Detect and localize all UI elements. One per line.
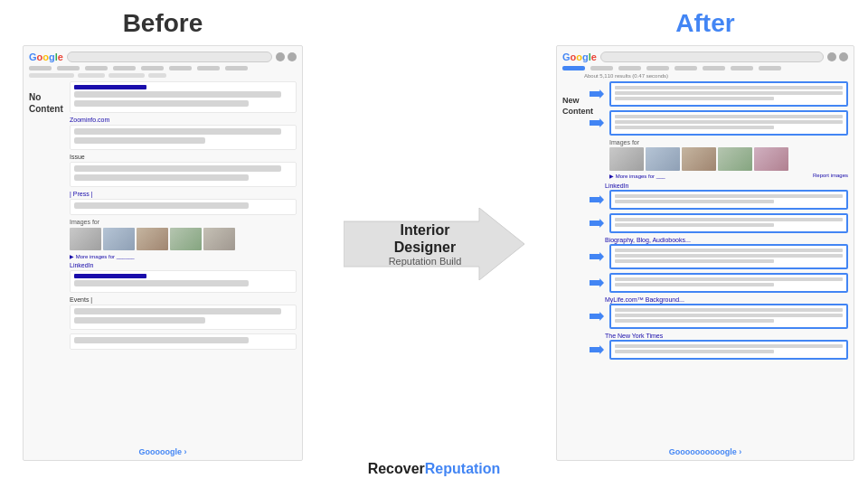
after-tab-videos: [646, 66, 669, 70]
after-result-5-url: [615, 249, 843, 252]
after-result-5-line1: [615, 254, 843, 258]
result-text-2a: [74, 128, 281, 135]
new-content-label: NewContent: [562, 96, 593, 117]
after-tab-maps: [675, 66, 697, 70]
after-biography-label: Biography, Blog, Audiobooks...: [605, 237, 848, 243]
after-result-7: [609, 304, 848, 329]
after-result-2-line1: [615, 120, 843, 124]
after-result-3: [609, 190, 848, 210]
after-result-8: [609, 340, 848, 360]
after-result-8-line1: [615, 350, 774, 353]
after-result-1-line1: [615, 91, 843, 95]
date-pill-4: [148, 73, 166, 78]
after-more-images[interactable]: ▶ More images for ___: [609, 173, 665, 179]
after-title: After: [675, 9, 734, 38]
before-date-filter: [29, 73, 297, 78]
before-google-footer: Gooooogle ›: [139, 447, 187, 456]
arrow-subtitle: Reputation Build: [380, 256, 470, 267]
before-result-4: [70, 199, 297, 215]
before-linkedin-text: [74, 280, 249, 286]
after-section: After Google: [542, 0, 868, 488]
after-search-icon: [827, 52, 836, 61]
after-result-1: [609, 81, 848, 107]
after-tab-news: [618, 66, 641, 70]
main-container: Before Google: [0, 0, 868, 488]
after-search-icons: [827, 52, 848, 61]
after-image-1: [609, 147, 644, 171]
result-text-3a: [74, 165, 281, 172]
after-nyt-label: The New York Times: [605, 333, 848, 339]
before-image-4: [170, 228, 202, 250]
date-pill-3: [108, 73, 145, 78]
after-result-3-line1: [615, 200, 774, 203]
tab-tools: [225, 66, 248, 70]
date-pill-2: [78, 73, 105, 78]
after-result-row-4: [588, 213, 848, 233]
after-result-1-line2: [615, 97, 774, 100]
before-events-label: Events |: [70, 296, 297, 303]
after-result-row-6: [588, 273, 848, 293]
after-arrow-7: [590, 312, 604, 321]
tab-all: [29, 66, 52, 70]
after-image-4: [718, 147, 752, 171]
after-tab-tools: [759, 66, 781, 70]
before-last-result: [70, 333, 297, 350]
before-linkedin-result: [70, 270, 297, 293]
before-google-logo: Google: [29, 52, 63, 62]
before-google-header: Google: [29, 52, 297, 62]
after-arrow-8: [590, 345, 604, 354]
mic-icon: [288, 52, 297, 61]
tab-news: [85, 66, 108, 70]
after-result-8-url: [615, 344, 843, 348]
more-images-link[interactable]: ▶ More images for ______: [70, 253, 297, 259]
after-result-4-url: [615, 218, 843, 221]
before-result-2: [70, 125, 297, 150]
result-url-1: [74, 85, 146, 89]
result-text-1b: [74, 100, 249, 107]
before-events-text-1: [74, 308, 281, 314]
after-image-2: [646, 147, 680, 171]
after-result-5-line2: [615, 259, 774, 263]
before-nav-tabs: [29, 66, 297, 70]
after-mic-icon: [839, 52, 848, 61]
after-arrow-5: [590, 252, 604, 261]
middle-section: Interior Designer Reputation Build Recov…: [326, 0, 542, 488]
before-image-5: [203, 228, 235, 250]
after-report-images[interactable]: Report images: [813, 173, 848, 179]
after-result-4: [609, 213, 848, 233]
tab-more: [169, 66, 192, 70]
after-image-3: [682, 147, 716, 171]
after-result-row-3: [588, 190, 848, 210]
after-google-logo: Google: [562, 52, 597, 62]
tab-maps: [141, 66, 164, 70]
result-text-2b: [74, 137, 205, 144]
after-result-6: [609, 273, 848, 293]
before-google-mockup: Google: [23, 45, 303, 461]
after-google-footer: Goooooooooogle ›: [669, 447, 741, 456]
after-image-5: [754, 147, 788, 171]
after-images-footer: ▶ More images for ___ Report images: [609, 173, 848, 179]
tab-images: [57, 66, 80, 70]
after-arrow-4: [590, 219, 604, 228]
before-events-result: [70, 305, 297, 330]
tab-videos: [113, 66, 136, 70]
before-section: Before Google: [0, 0, 326, 488]
before-results: Zoominfo.com Issue | Press | Images f: [29, 81, 297, 350]
after-result-6-line1: [615, 283, 774, 286]
about-results: About 5,110 results (0.47 seconds): [562, 73, 848, 79]
search-icon: [276, 52, 285, 61]
result-text-1a: [74, 91, 281, 98]
zoominfo-label: Zoominfo.com: [70, 117, 297, 123]
date-pill-1: [29, 73, 74, 78]
after-images-for-label: Images for: [609, 139, 848, 145]
after-linkedin-label: LinkedIn: [605, 183, 848, 189]
before-title: Before: [123, 9, 203, 38]
after-result-row-1: [588, 81, 848, 107]
after-mylife-label: MyLife.com™ Background...: [605, 296, 848, 303]
arrow-shape: Interior Designer Reputation Build: [344, 208, 524, 280]
after-results: Images for ▶ More images for ___ Report …: [562, 81, 848, 360]
after-result-2-url: [615, 115, 843, 118]
after-result-2: [609, 110, 848, 136]
after-result-7-line2: [615, 319, 774, 323]
after-google-mockup: Google About 5,110 results: [556, 45, 854, 461]
